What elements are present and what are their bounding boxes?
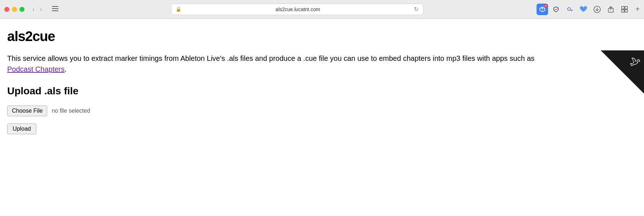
bird-icon: 🕊 <box>629 55 642 69</box>
description-text-1: This service allows you to extract marke… <box>7 54 534 62</box>
share-icon <box>607 6 614 13</box>
upload-button[interactable]: Upload <box>7 123 36 134</box>
podcast-chapters-link[interactable]: Podcast Chapters <box>7 65 65 73</box>
sidebar-icon <box>52 6 58 11</box>
svg-rect-16 <box>622 10 624 12</box>
back-button[interactable]: ‹ <box>30 5 36 13</box>
reload-button[interactable]: ↻ <box>414 6 419 13</box>
page-content: 🕊 als2cue This service allows you to ext… <box>0 19 644 149</box>
page-description: This service allows you to extract marke… <box>7 53 548 75</box>
favorite-icon-button[interactable] <box>578 4 589 15</box>
nav-buttons: ‹ › <box>30 5 44 13</box>
choose-file-button[interactable]: Choose File <box>7 105 47 116</box>
lock-icon: 🔒 <box>176 6 181 12</box>
svg-rect-1 <box>52 8 58 9</box>
shield-icon-button[interactable] <box>550 4 562 15</box>
url-text: als2cue.lucatnt.com <box>184 6 411 12</box>
minimize-window-button[interactable] <box>12 7 17 12</box>
svg-rect-15 <box>625 6 627 9</box>
svg-rect-17 <box>625 10 627 12</box>
close-window-button[interactable] <box>4 7 9 12</box>
fullscreen-icon <box>621 6 628 13</box>
forward-button[interactable]: › <box>38 5 44 13</box>
heart-icon <box>579 6 587 13</box>
svg-point-6 <box>568 8 570 10</box>
new-tab-button[interactable]: + <box>635 5 640 13</box>
toolbar-icons: ♥ <box>537 4 640 15</box>
description-text-2: . <box>65 65 67 73</box>
notification-badge: ♥ <box>544 4 547 8</box>
share-icon-button[interactable] <box>605 4 617 15</box>
download-icon-button[interactable] <box>591 4 603 15</box>
address-bar[interactable]: 🔒 als2cue.lucatnt.com ↻ <box>171 4 423 15</box>
fullscreen-icon-button[interactable] <box>619 4 630 15</box>
key-icon <box>566 6 573 13</box>
svg-rect-0 <box>52 6 58 7</box>
extension-3d-icon[interactable]: ♥ <box>537 4 548 15</box>
page-title: als2cue <box>7 29 637 44</box>
sidebar-toggle-button[interactable] <box>49 5 61 14</box>
browser-chrome: ‹ › 🔒 als2cue.lucatnt.com ↻ ♥ <box>0 0 644 19</box>
window-controls <box>4 7 25 12</box>
no-file-selected-text: no file selected <box>52 108 90 114</box>
svg-rect-14 <box>622 6 624 9</box>
maximize-window-button[interactable] <box>19 7 25 12</box>
file-upload-row: Choose File no file selected <box>7 105 637 116</box>
password-icon-button[interactable] <box>564 4 575 15</box>
svg-rect-2 <box>52 10 58 11</box>
shield-icon <box>552 6 560 13</box>
upload-section-title: Upload .als file <box>7 85 637 97</box>
download-icon <box>594 6 601 13</box>
